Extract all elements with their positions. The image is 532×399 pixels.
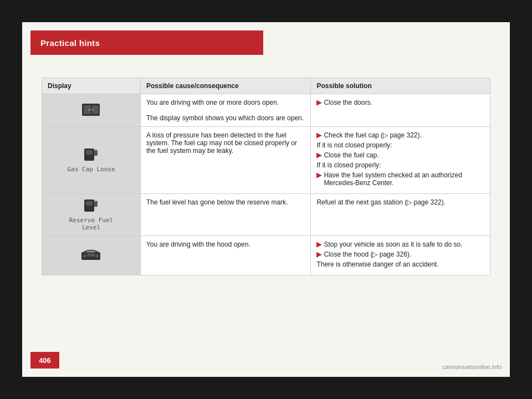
col-header-solution: Possible solution <box>311 78 490 94</box>
solution-text: Close the doors. <box>324 99 372 106</box>
cause-text: You are driving with the hood open. <box>146 241 305 248</box>
solution-text: Close the hood (▷ page 326). <box>324 250 411 258</box>
svg-point-16 <box>95 254 99 258</box>
solution-text: Close the fuel cap. <box>324 151 378 159</box>
cause-cell-doors: You are driving with one or more doors o… <box>140 94 310 127</box>
header-bar: Practical hints <box>30 30 263 55</box>
solution-cell-reserve: Refuel at the next gas station (▷ page 3… <box>311 194 490 236</box>
fuel-icon <box>83 147 99 162</box>
solution-item: ▶ Close the doors. <box>316 99 484 106</box>
col-header-display: Display <box>42 78 141 94</box>
display-label-reserve: Reserve FuelLevel <box>48 217 135 231</box>
svg-rect-9 <box>95 149 96 151</box>
display-cell-hood <box>42 236 141 275</box>
page-number: 406 <box>39 356 51 365</box>
cause-text: The fuel level has gone below the reserv… <box>146 198 305 206</box>
svg-point-15 <box>83 254 86 258</box>
door-icon <box>81 103 101 117</box>
arrow-icon: ▶ <box>316 250 321 258</box>
table-row: Reserve FuelLevel The fuel level has gon… <box>42 194 490 236</box>
solution-item: ▶ Close the hood (▷ page 326). <box>316 250 484 258</box>
solution-text: Have the fuel system checked at an autho… <box>324 171 484 187</box>
solution-text: Refuel at the next gas station (▷ page 3… <box>316 198 484 206</box>
table-row: You are driving with the hood open. ▶ St… <box>42 236 490 275</box>
svg-rect-13 <box>95 200 96 202</box>
arrow-icon: ▶ <box>316 171 321 179</box>
display-cell-gas-cap: Gas Cap Loose <box>42 127 141 194</box>
solution-cell-gas-cap: ▶ Check the fuel cap (▷ page 322). If it… <box>311 127 490 194</box>
main-table-container: Display Possible cause/consequence Possi… <box>42 78 490 275</box>
solution-item: ▶ Check the fuel cap (▷ page 322). <box>316 131 484 139</box>
watermark: carmanualsonline.info <box>442 364 502 370</box>
cause-text-1: You are driving with one or more doors o… <box>146 99 305 106</box>
svg-point-5 <box>92 109 94 110</box>
solution-text: Stop your vehicle as soon as it is safe … <box>324 241 462 248</box>
cause-cell-hood: You are driving with the hood open. <box>140 236 310 275</box>
cause-cell-reserve: The fuel level has gone below the reserv… <box>140 194 310 236</box>
arrow-icon: ▶ <box>316 99 321 106</box>
solution-item: ▶ Stop your vehicle as soon as it is saf… <box>316 241 484 248</box>
solution-cell-hood: ▶ Stop your vehicle as soon as it is saf… <box>311 236 490 275</box>
table-row: Gas Cap Loose A loss of pressure has bee… <box>42 127 490 194</box>
solution-sub: If it is closed properly: <box>316 161 484 169</box>
hints-table: Display Possible cause/consequence Possi… <box>42 78 490 275</box>
table-row: You are driving with one or more doors o… <box>42 94 490 127</box>
solution-item: ▶ Close the fuel cap. <box>316 151 484 159</box>
svg-rect-7 <box>86 150 93 155</box>
display-cell-doors <box>42 94 141 127</box>
display-label-gas-cap: Gas Cap Loose <box>48 166 135 173</box>
display-cell-reserve: Reserve FuelLevel <box>42 194 141 236</box>
solution-cell-doors: ▶ Close the doors. <box>311 94 490 127</box>
fuel-reserve-icon <box>83 198 99 213</box>
cause-text: A loss of pressure has been detected in … <box>146 131 305 155</box>
hood-icon <box>80 248 101 262</box>
solution-sub: There is otherwise danger of an accident… <box>316 260 484 268</box>
col-header-cause: Possible cause/consequence <box>140 78 310 94</box>
svg-rect-17 <box>87 253 95 257</box>
svg-point-4 <box>89 109 90 110</box>
cause-text-2: The display symbol shows you which doors… <box>146 114 305 122</box>
arrow-icon: ▶ <box>316 241 321 248</box>
solution-text: Check the fuel cap (▷ page 322). <box>324 131 421 139</box>
table-header-row: Display Possible cause/consequence Possi… <box>42 78 490 94</box>
solution-item: ▶ Have the fuel system checked at an aut… <box>316 171 484 187</box>
solution-sub: If it is not closed properly: <box>316 141 484 149</box>
arrow-icon: ▶ <box>316 131 321 139</box>
page-number-box: 406 <box>30 352 59 369</box>
arrow-icon: ▶ <box>316 151 321 159</box>
page-title: Practical hints <box>40 38 100 48</box>
cause-cell-gas-cap: A loss of pressure has been detected in … <box>140 127 310 194</box>
svg-rect-11 <box>86 201 93 206</box>
